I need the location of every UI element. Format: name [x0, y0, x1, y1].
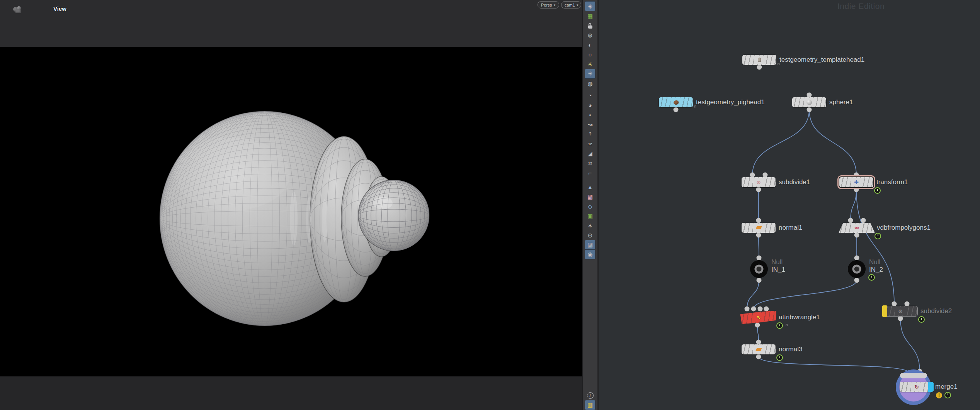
input-port[interactable]	[807, 93, 812, 98]
node-normal1[interactable]	[742, 223, 776, 233]
network-editor-pane[interactable]: Indie Edition testgeometry_templatehead1…	[599, 0, 980, 410]
input-port[interactable]	[745, 307, 750, 312]
output-port[interactable]	[807, 107, 812, 112]
time-dependent-badge	[918, 316, 925, 323]
wire-transform1-vdbfrompolygons1[interactable]	[851, 190, 856, 220]
input-port[interactable]	[892, 302, 897, 307]
node-icon-chip	[753, 345, 764, 354]
uv-texture-icon[interactable]: ▩	[585, 192, 595, 202]
wire-sphere1-subdivide1[interactable]	[752, 110, 809, 175]
normal-lights-icon[interactable]: ○	[585, 50, 595, 59]
wire-sphere1-transform1[interactable]	[809, 110, 856, 175]
node-vdbfrompolygons1[interactable]: ∞	[839, 223, 875, 233]
node-subdivide1[interactable]: ⊛	[742, 177, 776, 187]
wireframe-sphere	[358, 180, 429, 251]
point-normals-icon[interactable]: ⇡	[585, 129, 595, 139]
node-IN_2[interactable]	[848, 260, 866, 278]
output-port[interactable]	[898, 316, 903, 321]
output-port[interactable]	[756, 233, 761, 238]
show-hidden-icon[interactable]: ◔	[585, 91, 595, 100]
shadow-lights-icon[interactable]: ☀	[585, 69, 595, 78]
node-transform1[interactable]: ✚	[839, 177, 873, 187]
particles-icon[interactable]: ◇	[585, 202, 595, 211]
wire-attribwrangle1-normal3[interactable]	[757, 325, 759, 342]
wind-icon[interactable]: ✶	[585, 221, 595, 230]
view-pin-icon[interactable]: ◉	[585, 250, 595, 259]
node-sphere1[interactable]	[792, 97, 826, 107]
input-port[interactable]	[854, 256, 859, 261]
node-label: subdivide2	[920, 307, 952, 315]
wire-normal1-IN_1[interactable]	[759, 235, 759, 258]
node-icon-chip	[753, 224, 764, 232]
node-icon-chip	[670, 98, 681, 107]
wire-IN_2-attribwrangle1[interactable]	[754, 280, 857, 309]
output-port[interactable]	[757, 278, 762, 283]
material-shade-icon[interactable]: ◍	[585, 79, 595, 88]
perspective-menu[interactable]: Persp ▾	[538, 1, 559, 8]
output-port[interactable]	[854, 187, 859, 192]
color-scheme-icon[interactable]: ▥	[585, 400, 595, 410]
hq-lights-icon[interactable]: ☀	[585, 59, 595, 69]
display-points-icon[interactable]: ●	[585, 110, 595, 120]
time-dependent-badge	[874, 187, 881, 194]
wire-subdivide2-merge1[interactable]	[900, 319, 920, 371]
output-port[interactable]	[854, 233, 859, 238]
specular-highlight	[290, 191, 298, 246]
node-type-label: Null	[771, 258, 785, 266]
chevron-down-icon: ▾	[577, 3, 578, 7]
output-port[interactable]	[854, 278, 859, 283]
ghost-objects-icon[interactable]: ◕	[585, 100, 595, 110]
input-port[interactable]	[751, 307, 756, 312]
node-testgeometry_templatehead1[interactable]	[742, 55, 776, 65]
input-port[interactable]	[758, 307, 763, 312]
view-mode-icon[interactable]: ◈	[585, 2, 595, 11]
input-port[interactable]	[750, 173, 755, 178]
node-IN_1[interactable]	[750, 260, 768, 278]
camera-menu[interactable]: cam1 ▾	[561, 1, 581, 8]
subdivide-icon: ⊛	[898, 308, 903, 314]
node-icon-chip: ⊛	[753, 178, 764, 186]
input-port[interactable]	[764, 307, 769, 312]
node-merge1[interactable]: ↻	[900, 382, 934, 392]
prim-normals-icon[interactable]: ◢	[585, 149, 595, 158]
output-port[interactable]	[755, 323, 760, 328]
wire-transform1-subdivide2[interactable]	[856, 190, 894, 304]
profiles-icon[interactable]: ⌐	[585, 168, 595, 178]
viewport-bottom-strip	[0, 376, 582, 410]
output-port[interactable]	[674, 107, 679, 112]
input-port[interactable]	[861, 218, 866, 223]
node-normal3[interactable]	[742, 344, 776, 354]
node-badges	[874, 187, 881, 194]
viewport-title: View	[53, 5, 66, 12]
input-port[interactable]	[905, 302, 910, 307]
template-flag	[882, 305, 887, 317]
input-port[interactable]	[763, 173, 768, 178]
node-name: IN_2	[869, 266, 883, 274]
camera-lock-icon[interactable]	[585, 21, 595, 30]
selection-highlight-icon[interactable]: ▣	[585, 211, 595, 221]
output-port[interactable]	[756, 354, 761, 359]
headlight-icon[interactable]: ◐	[585, 40, 595, 50]
toolbar-spacer	[583, 178, 597, 182]
node-icon-chip: ∿	[753, 313, 764, 322]
snapshot-icon[interactable]: ▨	[585, 240, 595, 249]
prim-numbers-icon[interactable]: 12	[585, 158, 595, 168]
info-icon[interactable]: i	[585, 391, 595, 400]
input-port[interactable]	[848, 218, 853, 223]
node-label: NullIN_1	[771, 258, 785, 274]
input-port[interactable]	[854, 173, 859, 178]
node-label: subdivide1	[779, 178, 810, 186]
visualizers-icon[interactable]: ⊜	[585, 230, 595, 240]
node-label: attribwrangle1	[779, 313, 820, 321]
input-port[interactable]	[757, 256, 762, 261]
node-testgeometry_pighead1[interactable]	[659, 97, 693, 107]
output-port[interactable]	[757, 65, 762, 70]
node-subdivide2[interactable]: ⊛	[883, 306, 917, 316]
point-trails-icon[interactable]: ↝	[585, 120, 595, 129]
no-lights-icon[interactable]: ⊗	[585, 30, 595, 40]
point-numbers-icon[interactable]: 12	[585, 139, 595, 149]
output-port[interactable]	[756, 187, 761, 192]
viewport-3d-canvas[interactable]	[0, 47, 582, 376]
shaded-normals-icon[interactable]: ▲	[585, 182, 595, 192]
grid-snap-icon[interactable]: ▦	[585, 11, 595, 21]
